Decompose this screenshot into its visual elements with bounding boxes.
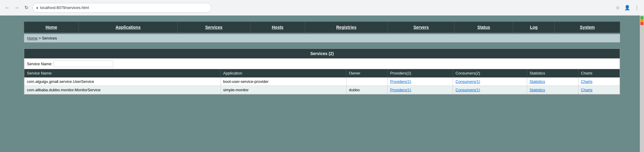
- col-charts: Charts: [579, 69, 620, 77]
- consumers-link[interactable]: Consumers(1): [455, 88, 480, 92]
- statistics-link[interactable]: Statistics: [530, 79, 545, 84]
- col-consumers: Consumers(2): [453, 69, 527, 77]
- bookmark-button[interactable]: ☆: [614, 4, 621, 11]
- services-container: Services (2) Service Name: Service Name:…: [24, 48, 620, 95]
- service-name-cell: com.atguigu.gmall.service.UserService: [25, 77, 221, 86]
- nav-item-servers[interactable]: Servers: [388, 22, 455, 33]
- breadcrumb-home[interactable]: Home: [27, 36, 38, 40]
- application-cell: simple-monitor: [221, 86, 346, 94]
- table-row: com.alibaba.dubbo.monitor.MonitorService…: [25, 86, 620, 94]
- nav-item-log[interactable]: Log: [513, 22, 554, 33]
- services-table: Service Name: Service Name: Application …: [24, 58, 620, 94]
- col-providers: Providers(2): [388, 69, 453, 77]
- nav-item-registries[interactable]: Registries: [305, 22, 388, 33]
- nav-table: Home Applications Services Hosts Registr…: [24, 22, 620, 33]
- breadcrumb-current: Services: [42, 36, 57, 40]
- service-name-cell: com.alibaba.dubbo.monitor.MonitorService: [25, 86, 221, 94]
- table-row: com.atguigu.gmall.service.UserService bo…: [25, 77, 620, 86]
- col-statistics: Statistics: [527, 69, 579, 77]
- nav-item-system[interactable]: System: [555, 22, 620, 33]
- charts-link[interactable]: Charts: [581, 88, 592, 92]
- url-text: localhost:8079/services.html: [40, 5, 89, 10]
- charts-cell[interactable]: Charts: [579, 86, 620, 94]
- breadcrumb-separator: >: [39, 36, 42, 40]
- col-service-name: Service Name:: [25, 69, 221, 77]
- scrollbar-thumb: [640, 16, 643, 25]
- consumers-link[interactable]: Consumers(1): [455, 79, 480, 84]
- application-cell: boot-user-service-provider: [221, 77, 346, 86]
- menu-button[interactable]: ⋮: [633, 4, 640, 11]
- filter-row: Service Name:: [25, 59, 620, 69]
- scrollbar[interactable]: [640, 16, 644, 152]
- nav-item-hosts[interactable]: Hosts: [250, 22, 305, 33]
- providers-link[interactable]: Providers(1): [390, 88, 411, 92]
- consumers-cell[interactable]: Consumers(1): [453, 77, 527, 86]
- back-button[interactable]: ←: [4, 4, 11, 11]
- filter-cell: Service Name:: [25, 59, 620, 69]
- charts-cell[interactable]: Charts: [579, 77, 620, 86]
- consumers-cell[interactable]: Consumers(1): [453, 86, 527, 94]
- service-name-label: Service Name:: [27, 62, 52, 66]
- owner-cell: dubbo: [346, 86, 388, 94]
- col-application: Application: [221, 69, 346, 77]
- col-owner: Owner: [346, 69, 388, 77]
- lock-icon: ●: [36, 6, 38, 10]
- browser-actions: ☆ 👤 ⋮: [614, 4, 640, 11]
- profile-button[interactable]: 👤: [624, 4, 631, 11]
- statistics-link[interactable]: Statistics: [530, 88, 545, 92]
- providers-cell[interactable]: Providers(1): [388, 77, 453, 86]
- nav-item-home[interactable]: Home: [24, 22, 79, 33]
- providers-cell[interactable]: Providers(1): [388, 86, 453, 94]
- table-header: Service Name: Application Owner Provider…: [25, 69, 620, 77]
- statistics-cell[interactable]: Statistics: [527, 77, 579, 86]
- browser-chrome: ← → ↻ ● localhost:8079/services.html ☆ 👤…: [0, 0, 644, 16]
- nav-item-applications[interactable]: Applications: [79, 22, 177, 33]
- owner-cell: [346, 77, 388, 86]
- page-content: Home Applications Services Hosts Registr…: [0, 16, 644, 101]
- nav-item-services[interactable]: Services: [178, 22, 250, 33]
- address-bar[interactable]: ● localhost:8079/services.html: [32, 3, 212, 13]
- statistics-cell[interactable]: Statistics: [527, 86, 579, 94]
- providers-link[interactable]: Providers(1): [390, 79, 411, 84]
- services-title: Services (2): [24, 49, 620, 58]
- refresh-button[interactable]: ↻: [23, 4, 30, 11]
- forward-button[interactable]: →: [13, 4, 20, 11]
- nav-item-status[interactable]: Status: [455, 22, 513, 33]
- charts-link[interactable]: Charts: [581, 79, 592, 84]
- service-name-input[interactable]: [53, 60, 113, 67]
- breadcrumb: Home > Services: [24, 34, 620, 42]
